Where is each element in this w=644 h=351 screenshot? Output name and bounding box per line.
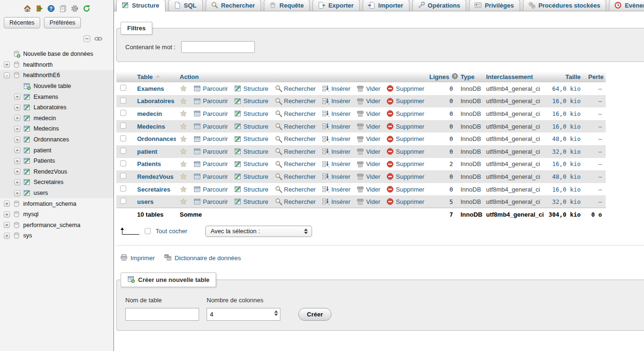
expander-plus-icon[interactable]: + [14, 158, 20, 164]
action-ins-rer-link[interactable]: Insérer [322, 173, 350, 180]
tab-privil-ges[interactable]: Privilèges [469, 0, 520, 11]
logout-icon[interactable] [35, 4, 44, 13]
action-parcourir-link[interactable]: Parcourir [193, 148, 228, 155]
collapse-all-button[interactable] [83, 35, 91, 43]
action-rechercher-link[interactable]: Rechercher [275, 198, 316, 205]
expander-plus-icon[interactable]: + [14, 115, 20, 121]
action-ins-rer-link[interactable]: Insérer [322, 148, 350, 155]
action-structure-link[interactable]: Structure [234, 198, 269, 205]
row-checkbox[interactable] [120, 160, 126, 167]
settings-icon[interactable] [70, 4, 79, 13]
action-parcourir-link[interactable]: Parcourir [193, 185, 228, 193]
favorite-star-icon[interactable] [180, 110, 187, 117]
action-supprimer-link[interactable]: Supprimer [386, 173, 424, 180]
action-ins-rer-link[interactable]: Insérer [322, 198, 350, 205]
row-checkbox[interactable] [120, 185, 126, 192]
number-stepper-icon[interactable] [274, 310, 278, 316]
print-link[interactable]: Imprimer [120, 254, 155, 263]
header-interclassement[interactable]: Interclassement [482, 71, 544, 82]
expander-plus-icon[interactable]: + [4, 201, 10, 207]
check-all-checkbox[interactable] [145, 228, 151, 234]
tab-structure[interactable]: Structure [116, 0, 165, 11]
action-supprimer-link[interactable]: Supprimer [386, 148, 424, 155]
favorite-star-icon[interactable] [180, 160, 187, 168]
favorite-star-icon[interactable] [180, 185, 187, 193]
tab-exporter[interactable]: Exporter [313, 0, 359, 11]
action-ins-rer-link[interactable]: Insérer [322, 135, 350, 143]
table-link[interactable]: RendezVous [137, 173, 174, 180]
favorite-star-icon[interactable] [180, 148, 187, 155]
expander-plus-icon[interactable]: + [14, 94, 20, 100]
sidebar-item-mysql[interactable]: + mysql [0, 209, 113, 220]
favorite-tables-button[interactable]: Préférées [44, 17, 81, 28]
sidebar-item-medecin[interactable]: + medecin [0, 113, 113, 124]
row-checkbox[interactable] [120, 198, 126, 204]
header-lignes[interactable]: Lignes? [426, 71, 457, 82]
favorite-star-icon[interactable] [180, 173, 187, 180]
action-vider-link[interactable]: Vider [357, 110, 380, 117]
action-supprimer-link[interactable]: Supprimer [386, 85, 424, 92]
action-vider-link[interactable]: Vider [357, 123, 380, 130]
action-parcourir-link[interactable]: Parcourir [193, 123, 228, 130]
with-selected-select[interactable]: Avec la sélection : [205, 226, 312, 237]
docs-icon[interactable] [59, 4, 67, 13]
row-checkbox[interactable] [120, 110, 126, 116]
action-rechercher-link[interactable]: Rechercher [275, 123, 316, 130]
action-rechercher-link[interactable]: Rechercher [275, 97, 316, 105]
row-checkbox[interactable] [120, 148, 126, 154]
table-link[interactable]: patient [137, 148, 157, 155]
action-parcourir-link[interactable]: Parcourir [193, 135, 228, 143]
table-link[interactable]: Medecins [137, 123, 165, 130]
action-rechercher-link[interactable]: Rechercher [275, 110, 316, 117]
action-rechercher-link[interactable]: Rechercher [275, 85, 316, 92]
action-vider-link[interactable]: Vider [357, 160, 380, 168]
header-taille[interactable]: Taille [544, 71, 584, 82]
sidebar-item-laboratoires[interactable]: + Laboratoires [0, 102, 113, 113]
action-vider-link[interactable]: Vider [357, 198, 380, 205]
action-structure-link[interactable]: Structure [234, 110, 269, 117]
action-supprimer-link[interactable]: Supprimer [386, 135, 424, 143]
action-structure-link[interactable]: Structure [234, 135, 269, 143]
sidebar-item-secretaires[interactable]: + Secretaires [0, 177, 113, 188]
action-parcourir-link[interactable]: Parcourir [193, 198, 228, 205]
row-checkbox[interactable] [120, 135, 126, 141]
expander-plus-icon[interactable]: + [14, 147, 20, 153]
action-supprimer-link[interactable]: Supprimer [386, 160, 424, 168]
action-supprimer-link[interactable]: Supprimer [386, 97, 424, 105]
rows-help-icon[interactable]: ? [452, 73, 458, 81]
sidebar-item-nouvelle-base-de-donn-es[interactable]: Nouvelle base de données [0, 49, 113, 60]
action-vider-link[interactable]: Vider [357, 173, 380, 180]
expander-plus-icon[interactable]: + [14, 168, 20, 175]
sidebar-item-healthnorthe6[interactable]: - healthnorthE6 [0, 70, 113, 81]
action-ins-rer-link[interactable]: Insérer [322, 85, 350, 92]
action-parcourir-link[interactable]: Parcourir [193, 97, 228, 105]
recent-tables-button[interactable]: Récentes [4, 17, 40, 28]
expander-minus-icon[interactable]: - [4, 72, 10, 79]
columns-count-input[interactable] [207, 308, 280, 321]
action-structure-link[interactable]: Structure [234, 173, 269, 180]
filter-word-input[interactable] [181, 41, 255, 53]
check-all-link[interactable]: Tout cocher [156, 228, 187, 235]
action-parcourir-link[interactable]: Parcourir [193, 160, 228, 168]
action-vider-link[interactable]: Vider [357, 148, 380, 155]
table-link[interactable]: Laboratoires [137, 97, 174, 105]
action-structure-link[interactable]: Structure [234, 85, 269, 92]
sidebar-item-information-schema[interactable]: + information_schema [0, 198, 113, 209]
tab-rechercher[interactable]: Rechercher [206, 0, 261, 11]
sidebar-item-ordonnances[interactable]: + Ordonnances [0, 134, 113, 145]
table-link[interactable]: Ordonnances [137, 135, 176, 142]
table-name-input[interactable] [125, 308, 199, 321]
table-link[interactable]: Secretaires [137, 186, 170, 193]
create-table-button[interactable]: Créer [298, 308, 331, 321]
action-structure-link[interactable]: Structure [234, 185, 269, 193]
expander-plus-icon[interactable]: + [14, 179, 20, 185]
sidebar-item-patients[interactable]: + Patients [0, 156, 113, 167]
action-rechercher-link[interactable]: Rechercher [275, 160, 316, 168]
action-ins-rer-link[interactable]: Insérer [322, 185, 350, 193]
action-supprimer-link[interactable]: Supprimer [386, 198, 424, 205]
tab-requ-te[interactable]: Requête [264, 0, 310, 11]
help-icon[interactable]: ? [47, 4, 55, 13]
expander-plus-icon[interactable]: + [14, 105, 20, 111]
sidebar-item-healthnorth[interactable]: + healthnorth [0, 60, 113, 70]
favorite-star-icon[interactable] [180, 123, 187, 130]
